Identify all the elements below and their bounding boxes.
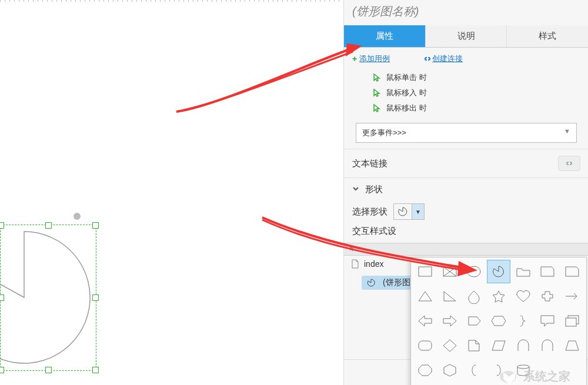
resize-handle-ne[interactable] <box>92 222 99 229</box>
outline-page-label: index <box>364 259 383 269</box>
shape-star[interactable] <box>487 284 510 308</box>
shape-brace[interactable] <box>512 309 535 333</box>
rotation-handle[interactable] <box>74 213 81 220</box>
shape-ellipse[interactable] <box>462 260 486 283</box>
link-icon <box>423 55 432 62</box>
resize-handle-w[interactable] <box>0 294 4 301</box>
cursor-icon <box>349 245 356 252</box>
ruler-top <box>0 0 343 2</box>
cursor-icon <box>372 88 382 98</box>
shape-roundrect[interactable] <box>413 334 437 357</box>
shape-file[interactable] <box>462 334 486 357</box>
interactions-section: + 添加用例 创建连接 鼠标单击 时 鼠标移入 时 鼠标移出 时 更多事件>>> <box>344 48 588 149</box>
cursor-icon <box>372 103 382 113</box>
watermark: 系统之家 <box>482 359 588 385</box>
event-label: 鼠标移入 时 <box>386 88 427 98</box>
interaction-style-label: 交互样式设 <box>352 226 396 237</box>
shape-section-header[interactable]: 形状 <box>344 178 588 201</box>
shape-arrow-right-line[interactable] <box>560 284 584 308</box>
interaction-style-row: 交互样式设 <box>344 226 588 243</box>
plus-icon: + <box>352 54 357 63</box>
outline-widget-label: (饼形图 <box>383 277 410 288</box>
shape-hexagon-v[interactable] <box>438 359 462 382</box>
event-onmouseenter[interactable]: 鼠标移入 时 <box>352 85 580 101</box>
shape-drop[interactable] <box>462 284 486 308</box>
svg-rect-4 <box>566 318 576 326</box>
svg-rect-5 <box>419 341 432 350</box>
shape-folder[interactable] <box>512 260 535 283</box>
shape-arch[interactable] <box>512 334 535 357</box>
chevron-down-icon <box>352 185 359 192</box>
shape-halfround[interactable] <box>560 260 584 283</box>
shape-right-triangle[interactable] <box>438 284 462 308</box>
page-icon <box>351 259 359 269</box>
shape-hexagon-h[interactable] <box>487 309 510 333</box>
select-shape-row: 选择形状 ▼ <box>344 201 588 226</box>
event-onclick[interactable]: 鼠标单击 时 <box>352 70 580 85</box>
shape-stack[interactable] <box>560 309 584 333</box>
shape-arch2[interactable] <box>536 334 560 357</box>
shape-callout[interactable] <box>536 309 560 333</box>
widget-name-field[interactable]: (饼形图名称) <box>344 0 588 25</box>
svg-point-2 <box>467 266 480 277</box>
shape-rectangle[interactable] <box>413 260 437 283</box>
chevron-down-icon: ▼ <box>564 128 570 138</box>
shape-pentagon[interactable] <box>462 309 486 333</box>
current-shape-dropdown[interactable]: ▼ <box>393 203 425 220</box>
add-case-link[interactable]: 添加用例 <box>359 53 390 64</box>
shape-heart[interactable] <box>512 284 535 308</box>
more-events-label: 更多事件>>> <box>362 128 406 138</box>
shape-trapezoid[interactable] <box>560 334 584 357</box>
text-link-label: 文本链接 <box>352 158 387 169</box>
current-shape-preview <box>394 204 412 219</box>
shape-placeholder[interactable] <box>438 260 462 283</box>
text-link-button[interactable] <box>558 156 580 171</box>
resize-handle-nw[interactable] <box>0 222 4 229</box>
shape-diamond[interactable] <box>438 334 462 357</box>
select-shape-label: 选择形状 <box>352 206 387 217</box>
resize-handle-sw[interactable] <box>0 367 4 373</box>
shape-arrow-left[interactable] <box>413 309 437 333</box>
shape-arrow-right[interactable] <box>438 309 462 333</box>
event-onmouseleave[interactable]: 鼠标移出 时 <box>352 101 580 116</box>
chain-icon <box>564 160 574 167</box>
more-events-select[interactable]: 更多事件>>> ▼ <box>356 123 577 143</box>
create-link-link[interactable]: 创建连接 <box>432 53 463 64</box>
shape-triangle[interactable] <box>413 284 437 308</box>
svg-rect-0 <box>419 267 432 276</box>
resize-handle-e[interactable] <box>92 294 99 301</box>
event-label: 鼠标移出 时 <box>386 103 427 113</box>
shape-snip[interactable] <box>536 260 560 283</box>
shape-parallelogram[interactable] <box>487 334 510 357</box>
svg-text:系统之家: 系统之家 <box>523 370 570 383</box>
resize-handle-se[interactable] <box>92 367 99 373</box>
shape-plus[interactable] <box>536 284 560 308</box>
cursor-icon <box>372 73 382 82</box>
canvas-area[interactable] <box>0 0 343 385</box>
tab-properties[interactable]: 属性 <box>344 25 426 47</box>
chevron-down-icon: ▼ <box>412 204 424 219</box>
event-label: 鼠标单击 时 <box>386 72 427 83</box>
selection-bounds <box>0 225 96 371</box>
inspector-tabs: 属性 说明 样式 <box>344 25 588 48</box>
shape-pie[interactable] <box>487 260 510 283</box>
text-link-row: 文本链接 <box>344 149 588 178</box>
pie-icon <box>366 278 376 287</box>
outline-toolbar <box>344 243 588 256</box>
shape-octagon[interactable] <box>413 359 437 382</box>
resize-handle-n[interactable] <box>45 222 52 229</box>
tab-style[interactable]: 样式 <box>507 25 588 47</box>
tab-notes[interactable]: 说明 <box>426 25 507 47</box>
resize-handle-s[interactable] <box>45 367 52 373</box>
shape-section-title: 形状 <box>365 184 383 194</box>
